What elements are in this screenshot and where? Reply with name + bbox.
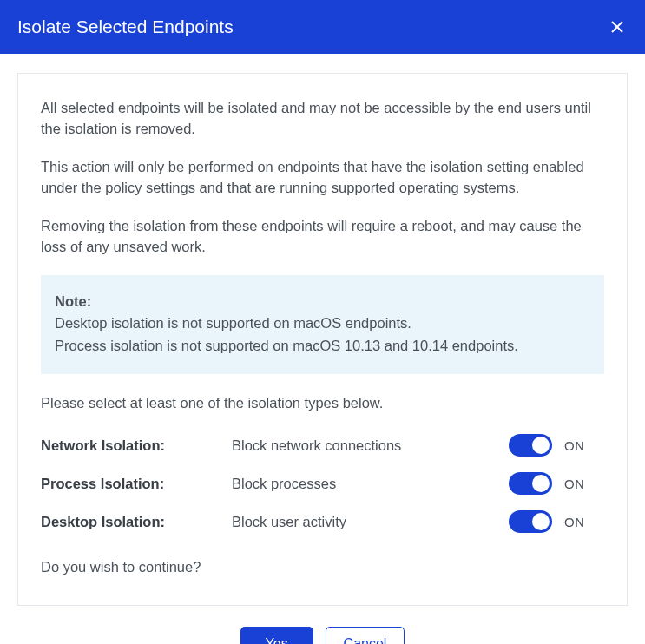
cancel-button[interactable]: Cancel [326,627,405,644]
continue-question: Do you wish to continue? [41,559,604,575]
network-isolation-state: ON [564,438,585,453]
desktop-isolation-label: Desktop Isolation: [41,514,232,530]
dialog-footer: Yes Cancel [0,606,645,644]
desktop-isolation-state: ON [564,515,585,529]
network-isolation-desc: Block network connections [232,437,509,454]
toggle-row-process: Process Isolation: Block processes ON [41,472,604,495]
process-isolation-state: ON [564,476,585,491]
dialog-header: Isolate Selected Endpoints [0,0,645,54]
network-isolation-toggle[interactable] [509,434,552,457]
select-prompt: Please select at least one of the isolat… [41,395,604,411]
network-isolation-label: Network Isolation: [41,437,232,454]
note-label: Note: [55,291,590,313]
toggle-row-network: Network Isolation: Block network connect… [41,434,604,457]
close-icon[interactable] [607,16,628,37]
note-line-1: Desktop isolation is not supported on ma… [55,312,590,335]
desktop-isolation-toggle[interactable] [509,510,552,533]
process-isolation-label: Process Isolation: [41,476,232,492]
dialog-title: Isolate Selected Endpoints [17,16,234,37]
process-isolation-desc: Block processes [232,476,509,492]
intro-para-3: Removing the isolation from these endpoi… [41,216,604,258]
yes-button[interactable]: Yes [240,627,313,644]
toggle-row-desktop: Desktop Isolation: Block user activity O… [41,510,604,533]
intro-para-1: All selected endpoints will be isolated … [41,98,604,140]
note-line-2: Process isolation is not supported on ma… [55,335,590,358]
process-isolation-toggle[interactable] [509,472,552,495]
intro-para-2: This action will only be performed on en… [41,157,604,199]
desktop-isolation-desc: Block user activity [232,514,509,530]
dialog-body: All selected endpoints will be isolated … [17,73,628,606]
note-box: Note: Desktop isolation is not supported… [41,275,604,375]
